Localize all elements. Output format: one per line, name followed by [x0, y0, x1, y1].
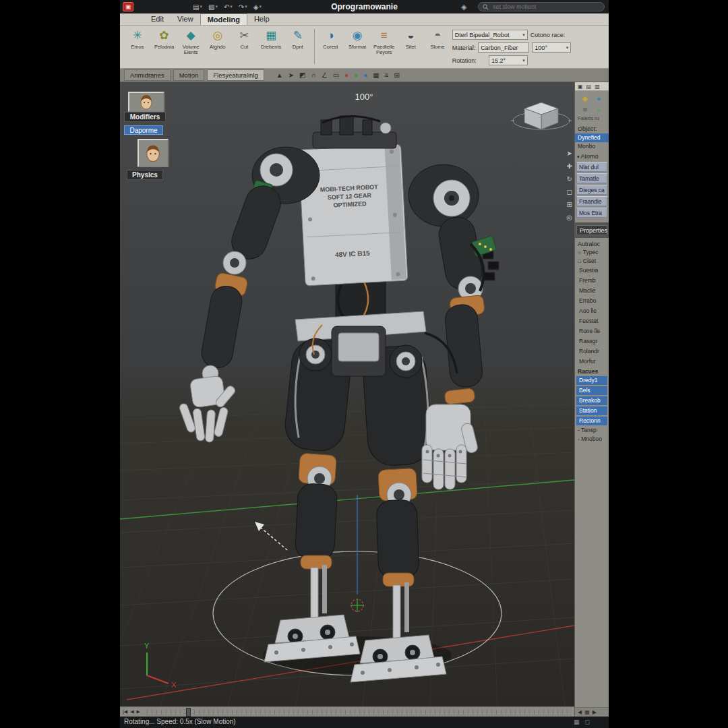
toolbar-button-sitet[interactable]: ◒ Sitet: [398, 28, 425, 50]
grid-icon[interactable]: ▦: [373, 69, 379, 82]
selected-list-item[interactable]: Dredy1: [576, 376, 607, 385]
property-item[interactable]: Feestat: [575, 316, 609, 326]
tab-anmidranes[interactable]: Anmidranes: [124, 69, 171, 81]
undo-icon[interactable]: ↶▾: [224, 3, 233, 11]
select-arrow-icon[interactable]: ➤: [289, 69, 294, 82]
selected-list-item[interactable]: Breakob: [576, 396, 607, 405]
geometry-icon[interactable]: ◆: [579, 94, 591, 103]
panel-list-icon[interactable]: ▥: [595, 84, 600, 90]
typec-radio[interactable]: ○ Typec: [575, 248, 609, 257]
move-icon[interactable]: ✚: [566, 162, 572, 171]
dash-item[interactable]: - Tansp: [575, 426, 609, 435]
nav-right-icon[interactable]: ▶: [593, 709, 597, 715]
panel-home-icon[interactable]: ▣: [578, 84, 583, 90]
selected-list-item[interactable]: Station: [576, 406, 607, 415]
atomo-item[interactable]: Tamatle: [576, 173, 607, 183]
toolbar-button-dpnt[interactable]: ✎ Dpnt: [284, 28, 311, 50]
search-input[interactable]: [491, 3, 600, 11]
angle-snap-icon[interactable]: ∠: [322, 69, 328, 82]
toolbar-button-pelodnia[interactable]: ✿ Pelodnia: [151, 28, 178, 50]
rotate-icon[interactable]: ↻: [566, 175, 572, 183]
property-item[interactable]: Fremb: [575, 276, 609, 286]
dash-item[interactable]: - Mnoboo: [575, 435, 609, 444]
nav-grid-icon[interactable]: ▦: [584, 709, 590, 715]
atomo-item[interactable]: Fraandie: [576, 196, 607, 206]
sphere-red-icon[interactable]: ●: [344, 69, 348, 82]
play-icon[interactable]: ▶: [137, 709, 140, 715]
render-icon[interactable]: ⊞: [394, 69, 400, 82]
modifier-head-thumbnail[interactable]: [128, 92, 164, 112]
preset-dropdown[interactable]: Dterl Bipedal_Robot ▾: [452, 30, 528, 40]
timeline-scrubber[interactable]: [186, 708, 191, 717]
selected-list-item[interactable]: Rectonn: [576, 417, 607, 425]
timeline[interactable]: |◀ ◀ ▶: [120, 706, 574, 717]
compass-icon[interactable]: ◈: [461, 3, 466, 11]
step-back-icon[interactable]: ◀: [130, 709, 133, 715]
tab-motion[interactable]: Motion: [173, 69, 205, 81]
ciset-checkbox[interactable]: □ Ciset: [575, 257, 609, 266]
toolbar-button-emos[interactable]: ✳ Emos: [124, 28, 151, 50]
sphere-green-icon[interactable]: ●: [354, 69, 358, 82]
toolbar-button-sformat[interactable]: ◉ Sformat: [344, 28, 371, 50]
timeline-ticks[interactable]: [147, 710, 568, 715]
toolbar-button-slome[interactable]: ◓ Slome: [424, 28, 451, 50]
box-icon[interactable]: ■: [579, 105, 591, 113]
property-item[interactable]: Maclie: [575, 286, 609, 296]
toolbar-button-aighdo[interactable]: ◎ Aighdo: [204, 28, 231, 50]
menu-edit[interactable]: Edit: [144, 13, 171, 25]
angle-dropdown[interactable]: 100° ▾: [532, 42, 571, 53]
properties-button[interactable]: Properties: [576, 225, 607, 235]
property-item[interactable]: Errabo: [575, 296, 609, 306]
panel-grid-icon[interactable]: ▤: [586, 84, 592, 90]
grid-snap-icon[interactable]: ⊞: [566, 201, 572, 209]
cone-icon[interactable]: ▲: [593, 105, 605, 113]
property-item[interactable]: Aoo lle: [575, 306, 609, 316]
orbit-icon[interactable]: ◎: [566, 214, 572, 222]
first-frame-icon[interactable]: |◀: [123, 709, 127, 715]
cube-icon[interactable]: ◩: [299, 69, 305, 82]
property-item[interactable]: Morfur: [575, 357, 609, 367]
toolbar-button-paedtelle[interactable]: ≡ Paedtelle Peyors: [371, 28, 398, 55]
property-item[interactable]: Rasegr: [575, 336, 609, 346]
search-box[interactable]: [478, 2, 605, 11]
menu-modeling[interactable]: Modeling: [200, 13, 247, 25]
property-item[interactable]: Rone lle: [575, 326, 609, 336]
status-grid-icon[interactable]: ▦: [574, 717, 580, 727]
physics-button[interactable]: Physics: [127, 170, 163, 180]
tab-flesyeaturalinlg[interactable]: Flesyeaturalinlg: [207, 69, 264, 81]
material-field[interactable]: Carbon_Fiber: [478, 42, 529, 53]
toolbar-button-drebents[interactable]: ▦ Drebents: [257, 28, 284, 50]
new-scene-icon[interactable]: ▤▾: [193, 3, 202, 11]
atomo-item[interactable]: Nlat dul: [576, 162, 607, 172]
property-item[interactable]: Suestia: [575, 266, 609, 276]
menu-help[interactable]: Help: [247, 13, 276, 25]
selected-list-item[interactable]: Bels: [576, 386, 607, 395]
sphere-icon[interactable]: ●: [593, 94, 605, 103]
menu-view[interactable]: View: [171, 13, 200, 25]
property-item[interactable]: Rolandr: [575, 346, 609, 357]
object-item-selected[interactable]: Dynefied: [575, 133, 609, 142]
status-box-icon[interactable]: ◻: [585, 717, 590, 727]
layers-icon[interactable]: ≡: [385, 69, 389, 82]
toolbar-button-corest[interactable]: ◑ Corest: [317, 28, 344, 50]
select-cursor-icon[interactable]: ➤: [566, 150, 572, 158]
plane-icon[interactable]: ▭: [333, 69, 339, 82]
toolbar-button-cut[interactable]: ✂ Cut: [231, 28, 258, 50]
physics-head-thumbnail[interactable]: [138, 139, 169, 167]
play-up-icon[interactable]: ▲: [276, 69, 283, 82]
atomo-item[interactable]: Dieges ca: [576, 185, 607, 195]
open-scene-icon[interactable]: ▧▾: [208, 3, 218, 11]
rotation-dropdown[interactable]: 15.2° ▾: [489, 55, 528, 65]
app-logo-icon[interactable]: ▣: [123, 2, 133, 11]
viewport[interactable]: MOBI-TECH ROBOT SOFT 12 GEAR OPTIMIZED 4…: [120, 82, 574, 706]
toolbar-button-volume-elents[interactable]: ◆ Volume Elents: [177, 28, 204, 55]
atomo-item[interactable]: Mos Etra: [576, 208, 607, 218]
modifiers-button[interactable]: Modifiers: [124, 112, 166, 122]
selected-modifier-button[interactable]: Daporme: [124, 125, 163, 135]
workspace-icon[interactable]: ◈▾: [253, 3, 262, 11]
sphere-blue-icon[interactable]: ●: [363, 69, 367, 82]
nav-left-icon[interactable]: ◀: [578, 709, 582, 715]
redo-icon[interactable]: ↷▾: [239, 3, 247, 11]
scale-icon[interactable]: ◻: [566, 188, 572, 196]
atomo-section-header[interactable]: ▾ Atomo: [575, 151, 609, 161]
